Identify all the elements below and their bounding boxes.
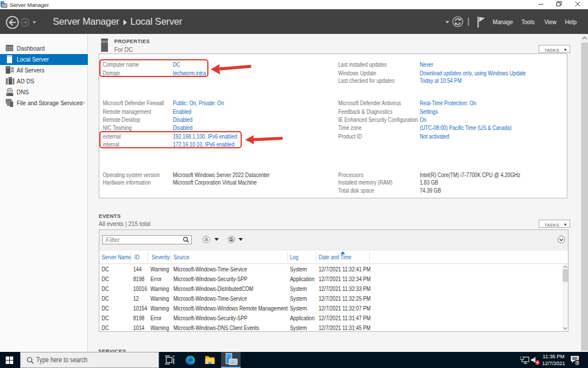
svg-text:3: 3: [576, 360, 579, 366]
